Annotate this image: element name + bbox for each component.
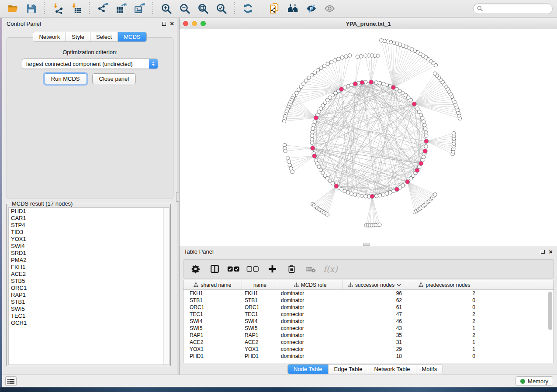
network-node[interactable] bbox=[310, 141, 314, 144]
zoom-selected-button[interactable] bbox=[213, 2, 229, 16]
mcds-result-item[interactable]: ACE2 bbox=[9, 271, 169, 278]
mcds-result-item[interactable]: SRD1 bbox=[9, 250, 169, 257]
mcds-result-item[interactable]: STP4 bbox=[9, 222, 169, 229]
network-node[interactable] bbox=[325, 213, 329, 216]
network-node[interactable] bbox=[302, 82, 305, 85]
network-node[interactable] bbox=[329, 60, 333, 64]
network-node[interactable] bbox=[381, 82, 385, 86]
table-row[interactable]: ACE2ACE2connector311 bbox=[183, 339, 554, 346]
refresh-layout-button[interactable] bbox=[239, 2, 256, 16]
mcds-hub-node[interactable] bbox=[415, 168, 419, 172]
network-node[interactable] bbox=[310, 138, 314, 141]
tab-edge-table[interactable]: Edge Table bbox=[329, 364, 369, 374]
mcds-hub-node[interactable] bbox=[339, 87, 344, 91]
mcds-hub-node[interactable] bbox=[424, 139, 429, 144]
export-table-button[interactable] bbox=[113, 2, 129, 16]
mcds-list-scrollbar[interactable] bbox=[163, 208, 169, 364]
network-node[interactable] bbox=[356, 194, 360, 197]
tab-mcds[interactable]: MCDS bbox=[118, 32, 146, 41]
table-row[interactable]: PHD1PHD1dominator180 bbox=[183, 353, 554, 360]
network-node[interactable] bbox=[287, 160, 291, 163]
network-node[interactable] bbox=[424, 127, 427, 130]
network-node[interactable] bbox=[433, 193, 437, 196]
search-box[interactable] bbox=[473, 3, 553, 14]
network-node[interactable] bbox=[356, 55, 359, 58]
mcds-result-item[interactable]: FKH1 bbox=[9, 264, 169, 271]
network-node[interactable] bbox=[433, 72, 436, 75]
mcds-result-item[interactable]: PMA2 bbox=[9, 257, 169, 264]
mcds-result-item[interactable]: STB5 bbox=[9, 278, 169, 285]
network-node[interactable] bbox=[282, 119, 286, 123]
network-node[interactable] bbox=[378, 194, 381, 197]
network-node[interactable] bbox=[378, 223, 381, 226]
network-node[interactable] bbox=[423, 123, 426, 127]
mcds-hub-node[interactable] bbox=[395, 187, 399, 192]
import-table-button[interactable] bbox=[68, 2, 84, 16]
network-node[interactable] bbox=[425, 134, 428, 138]
network-node[interactable] bbox=[297, 88, 301, 92]
float-panel-icon[interactable] bbox=[162, 22, 166, 26]
deselect-all-button[interactable] bbox=[246, 262, 259, 275]
network-node[interactable] bbox=[363, 54, 367, 57]
mcds-hub-node[interactable] bbox=[405, 179, 410, 184]
network-node[interactable] bbox=[304, 79, 308, 83]
network-canvas[interactable] bbox=[180, 29, 557, 245]
table-scrollbar-thumb[interactable] bbox=[548, 292, 552, 330]
network-node[interactable] bbox=[313, 71, 316, 74]
network-node[interactable] bbox=[422, 120, 425, 123]
mcds-hub-node[interactable] bbox=[370, 194, 374, 199]
run-mcds-button[interactable]: Run MCDS bbox=[44, 73, 87, 84]
open-session-button[interactable] bbox=[4, 2, 21, 16]
mcds-hub-node[interactable] bbox=[419, 161, 423, 165]
tab-select[interactable]: Select bbox=[90, 32, 118, 41]
add-row-button[interactable] bbox=[266, 262, 279, 275]
delete-row-button[interactable] bbox=[285, 262, 298, 275]
columns-button[interactable] bbox=[208, 262, 221, 275]
select-all-button[interactable] bbox=[227, 262, 240, 275]
mcds-hub-node[interactable] bbox=[369, 80, 374, 84]
mcds-result-item[interactable]: RAP1 bbox=[9, 292, 169, 299]
close-panel-button[interactable]: Close panel bbox=[92, 73, 136, 84]
network-node[interactable] bbox=[291, 170, 294, 173]
network-node[interactable] bbox=[311, 127, 315, 130]
network-node[interactable] bbox=[381, 193, 385, 196]
mcds-result-list[interactable]: PHD1CAR1STP4TID3YOX1SWI4SRD1PMA2FKH1ACE2… bbox=[8, 207, 170, 365]
export-image-button[interactable] bbox=[131, 2, 148, 16]
zoom-in-button[interactable] bbox=[158, 2, 174, 16]
network-node[interactable] bbox=[307, 76, 311, 79]
network-node[interactable] bbox=[331, 182, 334, 185]
network-node[interactable] bbox=[380, 39, 383, 42]
tab-motifs[interactable]: Motifs bbox=[416, 364, 443, 374]
column-header-successor-nodes[interactable]: successor nodes bbox=[343, 280, 407, 289]
network-node[interactable] bbox=[286, 156, 290, 160]
mcds-result-item[interactable]: STB1 bbox=[9, 299, 169, 306]
network-node[interactable] bbox=[326, 62, 329, 65]
network-node[interactable] bbox=[284, 149, 287, 153]
network-node[interactable] bbox=[337, 57, 340, 61]
network-node[interactable] bbox=[385, 83, 388, 86]
network-node[interactable] bbox=[349, 83, 353, 86]
gear-button[interactable] bbox=[189, 262, 202, 275]
minimize-window-icon[interactable] bbox=[192, 21, 197, 26]
zoom-fit-button[interactable] bbox=[194, 2, 211, 16]
network-node[interactable] bbox=[424, 144, 428, 148]
network-node[interactable] bbox=[322, 64, 326, 68]
clone-network-button[interactable] bbox=[266, 2, 283, 16]
network-node[interactable] bbox=[422, 155, 425, 158]
mcds-hub-node[interactable] bbox=[360, 80, 364, 85]
save-session-button[interactable] bbox=[23, 2, 39, 16]
search-input[interactable] bbox=[485, 6, 549, 12]
mcds-result-item[interactable]: GCR1 bbox=[9, 320, 169, 327]
network-node[interactable] bbox=[288, 163, 291, 167]
mcds-hub-node[interactable] bbox=[412, 102, 416, 106]
mcds-result-item[interactable]: YOX1 bbox=[9, 236, 169, 243]
network-node[interactable] bbox=[385, 192, 388, 195]
float-table-panel-icon[interactable] bbox=[541, 250, 545, 254]
network-node[interactable] bbox=[360, 55, 363, 58]
network-node[interactable] bbox=[310, 73, 314, 77]
tab-node-table[interactable]: Node Table bbox=[288, 364, 329, 374]
maximize-window-icon[interactable] bbox=[201, 21, 206, 26]
column-header-shared-name[interactable]: shared name bbox=[183, 280, 242, 289]
memory-button[interactable]: Memory bbox=[515, 376, 553, 386]
mcds-hub-node[interactable] bbox=[314, 116, 318, 120]
